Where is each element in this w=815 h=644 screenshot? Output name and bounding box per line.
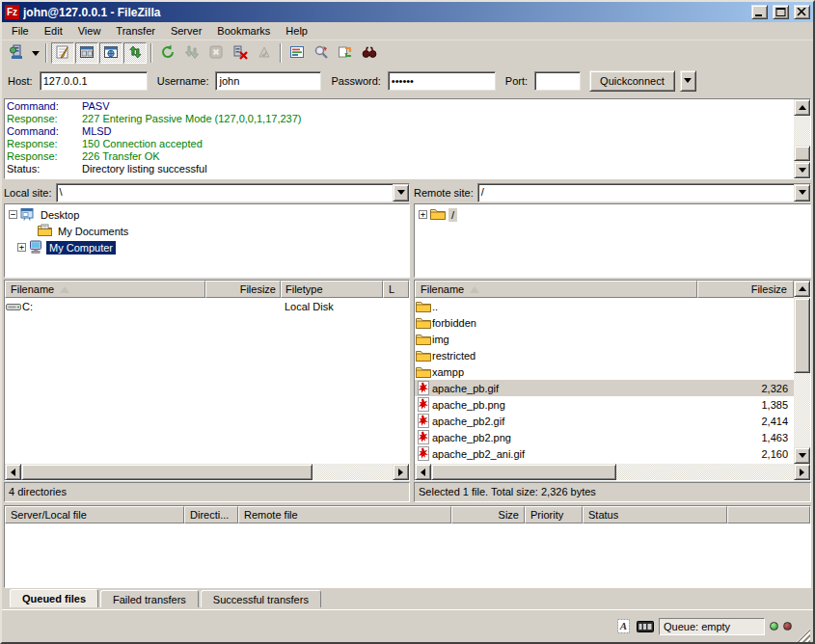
column-header-filesize[interactable]: Filesize xyxy=(205,281,281,298)
close-button[interactable] xyxy=(794,5,810,19)
find-files-button[interactable] xyxy=(358,42,381,64)
column-header-local-file[interactable]: Server/Local file xyxy=(5,506,184,523)
remote-horizontal-scrollbar[interactable] xyxy=(415,464,810,480)
menu-server[interactable]: Server xyxy=(163,23,209,39)
toggle-remote-tree-button[interactable] xyxy=(99,42,122,64)
tree-item-my-computer[interactable]: + My Computer xyxy=(5,239,409,255)
directory-row[interactable]: xampp xyxy=(415,363,794,380)
menu-edit[interactable]: Edit xyxy=(37,23,70,39)
reconnect-icon xyxy=(257,44,272,62)
column-header-status[interactable]: Status xyxy=(583,506,727,523)
file-name: apache_pb2.gif xyxy=(432,416,697,427)
tree-item-desktop[interactable]: − Desktop xyxy=(5,206,409,223)
transfer-type-indicator-icon[interactable]: A xyxy=(614,619,632,634)
menu-help[interactable]: Help xyxy=(278,23,315,39)
image-file-icon xyxy=(415,430,432,444)
scroll-right-icon xyxy=(800,469,804,476)
file-row[interactable]: apache_pb2_ani.gif2,160 xyxy=(415,445,794,462)
column-header-filename[interactable]: Filename xyxy=(5,281,205,298)
remote-site-combobox[interactable]: / xyxy=(477,183,811,202)
tab-queued-files[interactable]: Queued files xyxy=(10,589,98,609)
column-header-remote-file[interactable]: Remote file xyxy=(238,506,451,523)
host-input[interactable] xyxy=(40,71,148,91)
directory-row[interactable]: .. xyxy=(415,298,794,314)
scroll-up-icon xyxy=(799,286,806,291)
file-row[interactable]: apache_pb.gif2,326 xyxy=(415,380,794,396)
maximize-button[interactable] xyxy=(773,5,789,19)
file-name: apache_pb2_ani.gif xyxy=(432,448,697,460)
password-input[interactable] xyxy=(388,71,496,91)
directory-row[interactable]: img xyxy=(415,331,794,347)
tab-failed-transfers[interactable]: Failed transfers xyxy=(100,590,199,609)
dropdown-arrow-icon xyxy=(684,78,692,83)
quickconnect-button[interactable]: Quickconnect xyxy=(589,70,675,92)
filter-button[interactable] xyxy=(285,42,309,64)
column-header-filesize[interactable]: Filesize xyxy=(697,281,794,298)
refresh-button[interactable] xyxy=(156,42,179,64)
file-row[interactable]: apache_pb2.gif2,414 xyxy=(415,413,794,429)
remote-status-text: Selected 1 file. Total size: 2,326 bytes xyxy=(414,482,811,502)
toggle-message-log-button[interactable] xyxy=(51,42,74,64)
site-manager-button[interactable] xyxy=(5,42,28,64)
tree-item-my-documents[interactable]: My Documents xyxy=(5,223,409,239)
reconnect-button[interactable] xyxy=(253,42,276,64)
remote-vertical-scrollbar[interactable] xyxy=(794,281,810,464)
tab-successful-transfers[interactable]: Successful transfers xyxy=(201,590,321,609)
drive-row[interactable]: C: Local Disk xyxy=(5,298,409,314)
expand-icon[interactable]: + xyxy=(17,243,26,252)
scroll-right-button[interactable] xyxy=(393,464,409,480)
file-row[interactable]: apache_pb.png1,385 xyxy=(415,396,794,413)
scroll-right-button[interactable] xyxy=(794,464,810,480)
scroll-up-button[interactable] xyxy=(794,281,810,297)
directory-row[interactable]: forbidden xyxy=(415,314,794,331)
column-header-direction[interactable]: Directi... xyxy=(184,506,238,523)
collapse-icon[interactable]: − xyxy=(9,210,17,219)
local-horizontal-scrollbar[interactable] xyxy=(5,464,409,480)
scroll-up-button[interactable] xyxy=(794,99,810,116)
scrollbar-thumb[interactable] xyxy=(794,146,810,161)
column-header-lastmodified[interactable]: L xyxy=(383,281,409,298)
tree-item-label: My Computer xyxy=(46,241,116,255)
scroll-left-button[interactable] xyxy=(5,464,21,480)
log-line: Command:MLSD xyxy=(7,125,808,138)
toggle-local-tree-button[interactable] xyxy=(75,42,98,64)
speed-limit-indicator-icon[interactable] xyxy=(637,619,654,634)
port-input[interactable] xyxy=(534,71,581,91)
resize-grip[interactable] xyxy=(797,629,810,642)
scroll-left-button[interactable] xyxy=(415,464,431,480)
tree-item-root[interactable]: + / xyxy=(415,206,810,223)
cancel-button[interactable] xyxy=(204,42,228,64)
file-row[interactable]: apache_pb2.png1,463 xyxy=(415,429,794,445)
compare-directories-button[interactable] xyxy=(310,42,333,64)
column-header-size[interactable]: Size xyxy=(451,506,525,523)
scrollbar-thumb[interactable] xyxy=(794,298,810,373)
process-queue-button[interactable] xyxy=(180,42,204,64)
scrollbar-thumb[interactable] xyxy=(431,464,616,480)
directory-row[interactable]: restricted xyxy=(415,347,794,363)
scroll-left-icon xyxy=(421,469,425,476)
quickconnect-dropdown[interactable] xyxy=(680,70,696,92)
disconnect-button[interactable] xyxy=(229,42,252,64)
scroll-down-button[interactable] xyxy=(794,162,810,178)
expand-icon[interactable]: + xyxy=(419,210,427,219)
menu-file[interactable]: File xyxy=(4,23,37,39)
menu-view[interactable]: View xyxy=(70,23,109,39)
combo-dropdown-button[interactable] xyxy=(794,184,810,201)
column-header-priority[interactable]: Priority xyxy=(525,506,583,523)
username-input[interactable] xyxy=(215,71,321,91)
toggle-transfer-queue-button[interactable] xyxy=(123,42,147,64)
combo-dropdown-button[interactable] xyxy=(393,184,409,201)
site-manager-dropdown[interactable] xyxy=(29,42,41,64)
scrollbar-thumb[interactable] xyxy=(21,464,312,480)
log-vertical-scrollbar[interactable] xyxy=(794,99,810,178)
menu-bookmarks[interactable]: Bookmarks xyxy=(209,23,278,39)
column-header-filetype[interactable]: Filetype xyxy=(281,281,383,298)
synchronized-browsing-button[interactable] xyxy=(334,42,357,64)
documents-folder-icon xyxy=(38,224,52,238)
menu-transfer[interactable]: Transfer xyxy=(108,23,163,39)
column-header-filename[interactable]: Filename xyxy=(415,281,697,298)
scroll-down-button[interactable] xyxy=(794,447,810,464)
column-header-filler xyxy=(727,506,810,523)
local-site-combobox[interactable]: \ xyxy=(56,183,410,202)
minimize-button[interactable] xyxy=(751,5,768,19)
